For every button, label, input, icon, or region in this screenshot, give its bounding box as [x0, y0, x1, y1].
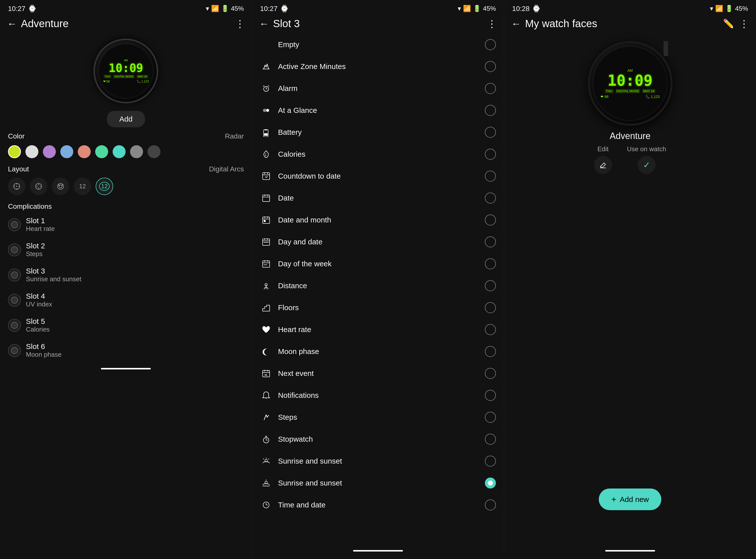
color-purple[interactable] — [43, 145, 56, 158]
azm-icon — [260, 62, 272, 71]
back-button-1[interactable]: ← — [7, 18, 17, 29]
slot-name-1: Slot 1 — [26, 217, 55, 225]
radio-date[interactable] — [485, 193, 496, 203]
more-menu-1[interactable]: ⋮ — [235, 18, 245, 29]
radio-notif[interactable] — [485, 390, 496, 401]
svg-point-13 — [58, 185, 59, 185]
radio-empty[interactable] — [485, 39, 496, 50]
heartrate-label: Heart rate — [278, 325, 479, 334]
list-item-empty[interactable]: Empty — [252, 33, 504, 55]
list-item-battery[interactable]: Battery — [252, 121, 504, 143]
radio-stopwatch[interactable] — [485, 434, 496, 445]
slot-item-3[interactable]: Slot 3 Sunrise and sunset — [0, 262, 252, 288]
radio-nextevent[interactable] — [485, 368, 496, 379]
list-item-glance[interactable]: At a Glance — [252, 99, 504, 121]
status-bar-2: 10:27 ⌚ ▾ 📶 🔋 45% — [252, 0, 504, 15]
list-item-sunrise1[interactable]: Sunrise and sunset — [252, 450, 504, 472]
radio-sunrise2[interactable] — [485, 477, 496, 489]
use-action[interactable]: Use on watch ✓ — [627, 145, 666, 174]
moon-icon — [260, 347, 272, 356]
layout-3[interactable] — [52, 178, 69, 195]
slot-item-5[interactable]: Slot 5 Calories — [0, 313, 252, 338]
radio-distance[interactable] — [485, 280, 496, 291]
color-blue[interactable] — [60, 145, 73, 158]
svg-line-63 — [268, 459, 269, 460]
watch-stat-2: 📞 1,123 — [137, 80, 149, 83]
layout-2[interactable] — [30, 178, 47, 195]
list-item-calories[interactable]: Calories — [252, 143, 504, 165]
watch-face-large: AM 10:09 THU DIGITAL MODE MAY 24 ❤ 68 📞 … — [588, 41, 672, 126]
layout-4[interactable]: 12 — [74, 178, 91, 195]
calories-label: Calories — [278, 150, 479, 158]
radio-glance[interactable] — [485, 105, 496, 116]
radio-battery[interactable] — [485, 127, 496, 138]
radio-sunrise1[interactable] — [485, 455, 496, 467]
layout-name: Digital Arcs — [209, 165, 244, 173]
radio-moon[interactable] — [485, 346, 496, 357]
list-item-azm[interactable]: Active Zone Minutes — [252, 55, 504, 77]
color-teal[interactable] — [113, 145, 126, 158]
edit-icon[interactable]: ✏️ — [723, 18, 734, 29]
add-new-button[interactable]: + Add new — [599, 489, 661, 510]
list-item-datemonth[interactable]: Date and month — [252, 209, 504, 231]
radio-timedate[interactable] — [485, 499, 496, 510]
battery-3: 45% — [735, 5, 748, 13]
list-item-timedate[interactable]: Time and date — [252, 494, 504, 516]
radio-steps[interactable] — [485, 412, 496, 423]
list-item-heartrate[interactable]: Heart rate — [252, 319, 504, 340]
back-button-3[interactable]: ← — [511, 18, 521, 29]
battery-icon-3: 🔋 — [725, 5, 733, 13]
color-white[interactable] — [25, 145, 38, 158]
more-menu-3[interactable]: ⋮ — [739, 18, 749, 29]
list-item-daydate[interactable]: Day and date — [252, 231, 504, 253]
slot-item-1[interactable]: Slot 1 Heart rate — [0, 212, 252, 237]
notif-icon — [260, 391, 272, 400]
edit-action-icon[interactable] — [594, 156, 612, 174]
layout-5[interactable]: 12 — [96, 178, 113, 195]
watch-time-1: 10:09 — [109, 62, 143, 74]
color-yellow[interactable] — [8, 145, 21, 158]
list-item-date[interactable]: Date — [252, 187, 504, 209]
heartrate-icon — [260, 325, 272, 334]
slot-icon-inner-4 — [11, 297, 18, 304]
color-pink[interactable] — [78, 145, 91, 158]
radio-daydate[interactable] — [485, 237, 496, 247]
color-gray[interactable] — [130, 145, 143, 158]
slot-name-2: Slot 2 — [26, 242, 45, 250]
slot-item-2[interactable]: Slot 2 Steps — [0, 237, 252, 262]
radio-heartrate[interactable] — [485, 324, 496, 335]
color-green[interactable] — [95, 145, 108, 158]
sunrise2-icon — [260, 478, 272, 488]
radio-alarm[interactable] — [485, 83, 496, 94]
radio-countdown[interactable] — [485, 171, 496, 182]
add-button[interactable]: Add — [107, 111, 145, 127]
list-item-nextevent[interactable]: 31 Next event — [252, 362, 504, 384]
slot-item-4[interactable]: Slot 4 UV index — [0, 288, 252, 313]
color-dark[interactable] — [148, 145, 160, 158]
list-item-moon[interactable]: Moon phase — [252, 340, 504, 362]
list-item-stopwatch[interactable]: Stopwatch — [252, 428, 504, 450]
back-button-2[interactable]: ← — [259, 18, 269, 29]
list-item-countdown[interactable]: Countdown to date — [252, 165, 504, 187]
list-item-distance[interactable]: Distance — [252, 275, 504, 297]
radio-azm[interactable] — [485, 61, 496, 72]
radio-datemonth[interactable] — [485, 215, 496, 225]
edit-action[interactable]: Edit — [594, 145, 612, 174]
slot-item-6[interactable]: Slot 6 Moon phase — [0, 338, 252, 363]
slot-text-6: Slot 6 Moon phase — [26, 342, 62, 358]
list-item-sunrise2[interactable]: Sunrise and sunset — [252, 472, 504, 494]
more-menu-2[interactable]: ⋮ — [487, 18, 497, 29]
use-action-icon[interactable]: ✓ — [638, 156, 655, 174]
countdown-label: Countdown to date — [278, 172, 479, 180]
list-item-steps[interactable]: Steps — [252, 406, 504, 428]
list-item-notif[interactable]: Notifications — [252, 384, 504, 406]
list-item-dayweek[interactable]: Day of the week — [252, 253, 504, 275]
check-mark: ✓ — [643, 160, 650, 170]
slot-icon-inner-5 — [11, 322, 18, 329]
list-item-alarm[interactable]: Alarm — [252, 77, 504, 99]
layout-1[interactable] — [8, 178, 25, 195]
list-item-floors[interactable]: Floors — [252, 297, 504, 319]
radio-dayweek[interactable] — [485, 258, 496, 269]
radio-floors[interactable] — [485, 302, 496, 313]
radio-calories[interactable] — [485, 149, 496, 160]
